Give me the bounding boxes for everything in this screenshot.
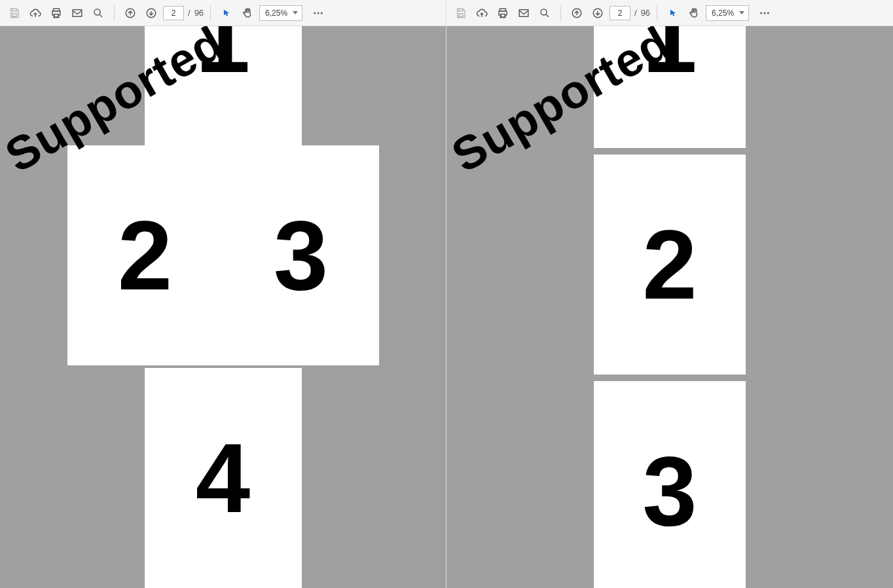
cursor-icon bbox=[668, 9, 678, 18]
svg-point-9 bbox=[321, 12, 323, 14]
save-button bbox=[5, 4, 24, 22]
page-content: 1 bbox=[196, 26, 250, 87]
page-input[interactable] bbox=[610, 6, 630, 20]
page-indicator: / 96 bbox=[163, 6, 204, 20]
svg-point-4 bbox=[94, 9, 100, 15]
document-canvas[interactable]: 1 2 3 Supported bbox=[446, 26, 893, 588]
svg-point-14 bbox=[541, 9, 547, 15]
zoom-value: 6,25% bbox=[712, 9, 734, 18]
toolbar: / 96 6,25% bbox=[0, 0, 446, 26]
svg-point-7 bbox=[314, 12, 316, 14]
toolbar-separator bbox=[210, 5, 211, 21]
ellipsis-icon bbox=[759, 7, 771, 19]
cloud-upload-icon bbox=[29, 7, 41, 19]
search-icon bbox=[539, 7, 551, 19]
search-button[interactable] bbox=[536, 4, 554, 22]
prev-page-button[interactable] bbox=[121, 4, 139, 22]
page-separator: / bbox=[188, 8, 191, 18]
split-container: / 96 6,25% 1 bbox=[0, 0, 893, 588]
svg-point-18 bbox=[764, 12, 766, 14]
next-page-button[interactable] bbox=[589, 4, 607, 22]
page-thumbnail: 1 bbox=[145, 26, 302, 148]
page-separator: / bbox=[634, 8, 637, 18]
save-icon bbox=[455, 7, 467, 19]
page-thumbnail: 3 bbox=[594, 381, 746, 588]
print-icon bbox=[50, 7, 62, 19]
next-page-button[interactable] bbox=[142, 4, 160, 22]
hand-tool-button[interactable] bbox=[685, 4, 703, 22]
toolbar-separator bbox=[560, 5, 561, 21]
page-content: 1 bbox=[642, 26, 697, 87]
page-thumbnail: 1 bbox=[594, 26, 746, 148]
mail-icon bbox=[518, 7, 530, 19]
hand-tool-button[interactable] bbox=[238, 4, 257, 22]
page-thumbnail: 4 bbox=[145, 368, 302, 588]
svg-rect-3 bbox=[73, 9, 82, 16]
select-tool-button[interactable] bbox=[664, 4, 682, 22]
arrow-up-icon bbox=[124, 7, 136, 19]
select-tool-button[interactable] bbox=[217, 4, 236, 22]
pages-stack: 1 2 3 4 bbox=[0, 26, 446, 588]
chevron-down-icon bbox=[739, 11, 744, 14]
left-pane: / 96 6,25% 1 bbox=[0, 0, 446, 588]
svg-rect-0 bbox=[12, 13, 16, 16]
document-canvas[interactable]: 1 2 3 4 Supported bbox=[0, 26, 446, 588]
more-menu-button[interactable] bbox=[756, 4, 774, 22]
save-button bbox=[452, 4, 470, 22]
svg-point-19 bbox=[767, 12, 769, 14]
pages-stack: 1 2 3 bbox=[446, 26, 893, 588]
ellipsis-icon bbox=[312, 7, 324, 19]
page-content: 2 bbox=[118, 206, 172, 304]
page-thumbnail: 2 bbox=[594, 155, 746, 375]
search-icon bbox=[92, 7, 104, 19]
mail-icon bbox=[71, 7, 83, 19]
hand-icon bbox=[242, 7, 253, 19]
page-content: 4 bbox=[196, 429, 250, 527]
search-button[interactable] bbox=[89, 4, 107, 22]
arrow-up-icon bbox=[571, 7, 583, 19]
toolbar: / 96 6,25% bbox=[446, 0, 893, 26]
svg-rect-10 bbox=[459, 13, 463, 16]
page-content: 2 bbox=[642, 215, 697, 314]
svg-rect-13 bbox=[519, 9, 528, 16]
page-content: 3 bbox=[642, 442, 697, 540]
zoom-dropdown[interactable]: 6,25% bbox=[259, 5, 302, 21]
print-button[interactable] bbox=[494, 4, 512, 22]
page-content: 3 bbox=[274, 206, 328, 304]
more-menu-button[interactable] bbox=[309, 4, 327, 22]
svg-rect-2 bbox=[54, 14, 58, 17]
svg-rect-12 bbox=[501, 14, 505, 17]
upload-button[interactable] bbox=[26, 4, 45, 22]
email-button[interactable] bbox=[515, 4, 533, 22]
page-input[interactable] bbox=[163, 6, 184, 20]
arrow-down-icon bbox=[592, 7, 604, 19]
arrow-down-icon bbox=[145, 7, 157, 19]
cursor-icon bbox=[222, 9, 231, 18]
toolbar-separator bbox=[657, 5, 657, 21]
upload-button[interactable] bbox=[473, 4, 491, 22]
save-icon bbox=[9, 7, 20, 19]
page-total: 96 bbox=[641, 8, 650, 18]
svg-point-8 bbox=[318, 12, 319, 14]
cloud-upload-icon bbox=[476, 7, 488, 19]
right-pane: / 96 6,25% 1 bbox=[446, 0, 893, 588]
page-indicator: / 96 bbox=[610, 6, 650, 20]
zoom-value: 6,25% bbox=[265, 9, 287, 18]
chevron-down-icon bbox=[293, 11, 298, 14]
page-total: 96 bbox=[194, 8, 204, 18]
prev-page-button[interactable] bbox=[568, 4, 586, 22]
print-icon bbox=[497, 7, 509, 19]
svg-point-17 bbox=[760, 12, 762, 14]
toolbar-separator bbox=[114, 5, 115, 21]
hand-icon bbox=[688, 7, 700, 19]
zoom-dropdown[interactable]: 6,25% bbox=[706, 5, 749, 21]
email-button[interactable] bbox=[68, 4, 86, 22]
print-button[interactable] bbox=[47, 4, 65, 22]
page-thumbnail-spread: 2 3 bbox=[67, 145, 379, 365]
